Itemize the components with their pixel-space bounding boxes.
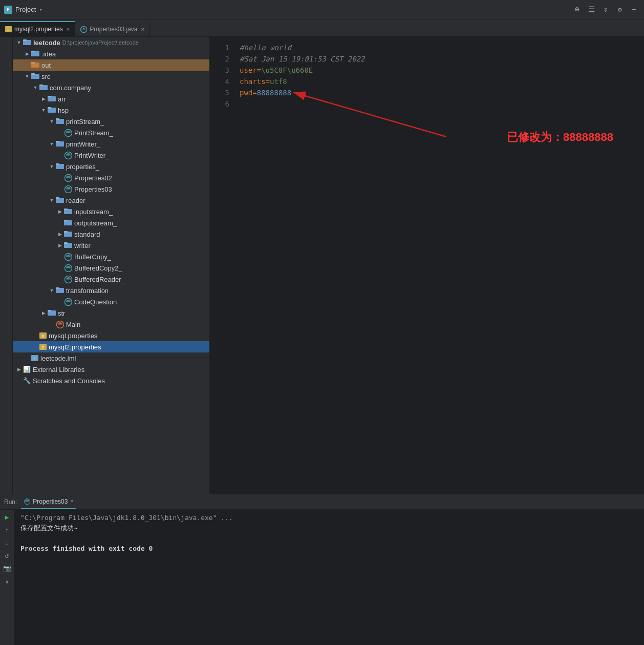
codequestion-icon: [64, 298, 72, 306]
ext-arrow: ▶: [15, 367, 23, 372]
scroll-up-button[interactable]: ↑: [2, 525, 13, 536]
tree-item-bufferedreader[interactable]: BufferedReader_: [13, 274, 209, 285]
svg-rect-26: [56, 197, 59, 199]
project-dropdown-icon[interactable]: ▾: [39, 6, 42, 13]
writer-arrow: ▶: [56, 243, 64, 248]
com-folder-icon: [39, 83, 48, 93]
out-folder-icon: [31, 60, 39, 70]
inputstream-label: inputstream_: [74, 208, 113, 216]
transformation-label: transformation: [66, 287, 109, 295]
inputstream-folder-icon: [64, 207, 72, 217]
tree-item-standard[interactable]: ▶ standard: [13, 228, 209, 240]
tab-props03-close[interactable]: ×: [141, 26, 144, 32]
tree-item-properties-folder[interactable]: ▼ properties_: [13, 161, 209, 172]
tree-item-outputstream[interactable]: outputstream_: [13, 217, 209, 228]
tree-item-reader-folder[interactable]: ▼ reader: [13, 195, 209, 206]
tab-props03[interactable]: Properties03.java ×: [75, 21, 150, 36]
str-arrow: ▶: [39, 310, 48, 316]
src-folder-icon: [31, 72, 39, 81]
printstream-label: printStream_: [66, 118, 104, 126]
bufferedreader-icon: [64, 275, 72, 283]
tree-item-bufferedcopy2[interactable]: BufferedCopy2_: [13, 262, 209, 274]
toolbar-bar: P Project ▾ ⊕ ☰ ⇕ ⚙ —: [0, 0, 644, 19]
rerun-button[interactable]: ↺: [2, 550, 13, 561]
code-line-2: #Sat Jan 15 19:01:53 CST 2022: [240, 53, 636, 65]
scratches-icon: 🔧: [23, 377, 31, 384]
standard-arrow: ▶: [56, 232, 64, 237]
tree-item-mysql2-props[interactable]: p mysql2.properties: [13, 341, 209, 352]
toolbar-icon-globe[interactable]: ⊕: [571, 4, 583, 15]
str-folder-icon: [48, 308, 56, 318]
tree-item-main[interactable]: Main: [13, 319, 209, 330]
line-num-4: 4: [212, 76, 229, 87]
project-label[interactable]: Project: [15, 6, 36, 13]
tree-item-properties03[interactable]: Properties03: [13, 183, 209, 195]
tree-item-leetcode-iml[interactable]: i leetcode.iml: [13, 352, 209, 364]
tree-item-codequestion[interactable]: CodeQuestion: [13, 296, 209, 307]
printwriter-class-label: PrintWriter_: [74, 152, 109, 159]
com-arrow: ▼: [31, 85, 39, 90]
bottom-tab-close[interactable]: ×: [70, 498, 73, 504]
scroll-down-button[interactable]: ↓: [2, 537, 13, 549]
tree-item-arr[interactable]: ▶ arr: [13, 93, 209, 105]
tree-item-printstream-folder[interactable]: ▼ printStream_: [13, 116, 209, 127]
properties-folder-label: properties_: [66, 163, 99, 171]
camera-button[interactable]: 📷: [2, 563, 13, 574]
console-output[interactable]: "C:\Program Files\Java\jdk1.8.0_301\bin\…: [14, 510, 644, 645]
editor-inner[interactable]: 1 2 3 4 5 6 #hello world #Sat Jan 15 19:…: [210, 37, 644, 494]
tree-item-mysql-props[interactable]: p mysql.properties: [13, 330, 209, 341]
svg-rect-39: [56, 287, 59, 289]
tree-item-root[interactable]: ▼ leetcode D:\project\javaProject\leetco…: [13, 37, 209, 48]
line-num-3: 3: [212, 65, 229, 76]
tree-item-scratches[interactable]: 🔧 Scratches and Consoles: [13, 375, 209, 386]
output-line-3: [20, 533, 638, 544]
scroll-lines-button[interactable]: ⇕: [2, 576, 13, 587]
tree-item-str[interactable]: ▶ str: [13, 307, 209, 319]
toolbar-icon-minimize[interactable]: —: [629, 4, 640, 15]
tree-item-com-company[interactable]: ▼ com.company: [13, 82, 209, 93]
run-play-button[interactable]: ▶: [2, 512, 13, 523]
line-num-1: 1: [212, 42, 229, 53]
buffercopy-label: BufferCopy_: [74, 253, 111, 261]
src-label: src: [41, 73, 50, 80]
code-line-3: user=\u5C0F\u660E: [240, 65, 636, 76]
tree-item-hsp[interactable]: ▼ hsp: [13, 105, 209, 116]
code-content[interactable]: #hello world #Sat Jan 15 19:01:53 CST 20…: [231, 37, 644, 494]
main-area: ▼ leetcode D:\project\javaProject\leetco…: [0, 37, 644, 494]
svg-rect-6: [31, 62, 35, 64]
tree-item-transformation[interactable]: ▼ transformation: [13, 285, 209, 296]
tab-mysql2[interactable]: p mysql2.properties ×: [0, 21, 75, 36]
tab-mysql2-close[interactable]: ×: [67, 26, 70, 32]
str-label: str: [58, 309, 65, 317]
outputstream-folder-icon: [64, 218, 72, 228]
arr-folder-icon: [48, 94, 56, 104]
printwriter-arrow: ▼: [48, 141, 56, 147]
tab-mysql2-label: mysql2.properties: [14, 26, 63, 33]
tree-item-inputstream[interactable]: ▶ inputstream_: [13, 206, 209, 217]
toolbar-icon-menu2[interactable]: ⇕: [600, 4, 611, 15]
tree-item-src[interactable]: ▼ src: [13, 71, 209, 82]
tree-item-out[interactable]: out: [13, 59, 209, 71]
tree-item-properties02[interactable]: Properties02: [13, 172, 209, 183]
props02-icon: [64, 174, 72, 182]
tree-item-printwriter-folder[interactable]: ▼ printWriter_: [13, 138, 209, 150]
props02-label: Properties02: [74, 174, 112, 182]
tree-item-external-libs[interactable]: ▶ 📊 External Libraries: [13, 364, 209, 375]
svg-rect-16: [56, 118, 59, 120]
buffercopy-icon: [64, 253, 72, 261]
root-path: D:\project\javaProject\leetcode: [62, 39, 139, 46]
tree-item-printstream-class[interactable]: PrintStream_: [13, 127, 209, 138]
output-line-1: "C:\Program Files\Java\jdk1.8.0_301\bin\…: [20, 513, 638, 523]
root-label: leetcode: [33, 39, 60, 47]
bottom-tab-bar: Run: Properties03 ×: [0, 494, 644, 510]
bottom-tab-props03[interactable]: Properties03 ×: [21, 495, 76, 509]
toolbar-icon-settings[interactable]: ⚙: [614, 4, 626, 15]
tree-item-printwriter-class[interactable]: PrintWriter_: [13, 150, 209, 161]
tree-item-idea[interactable]: ▶ .idea: [13, 48, 209, 59]
tree-item-buffercopy[interactable]: BufferCopy_: [13, 251, 209, 262]
toolbar-icon-menu1[interactable]: ☰: [586, 4, 597, 15]
line-numbers: 1 2 3 4 5 6: [210, 37, 231, 494]
tree-item-writer[interactable]: ▶ writer: [13, 240, 209, 251]
annotation-text: 已修改为：88888888: [507, 132, 613, 143]
printstream-folder-icon: [56, 117, 64, 127]
